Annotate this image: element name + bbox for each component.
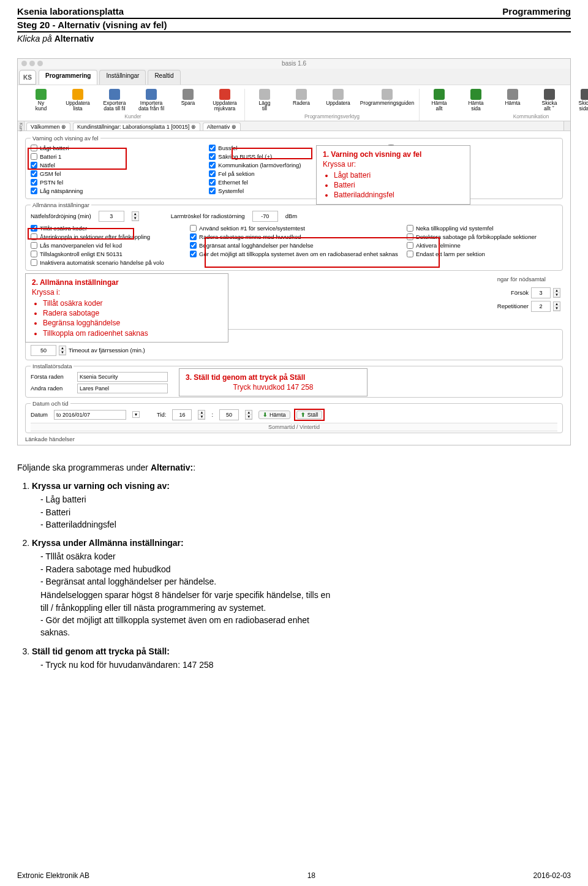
toolbar-radera[interactable]: Radera [283,89,320,112]
note-item: Lågt batteri [334,170,464,180]
menu-realtid[interactable]: Realtid [148,70,180,85]
toolbar-exportera[interactable]: Exportera data till fil [96,89,133,112]
tab-alternativ[interactable]: Alternativ ⊗ [203,123,241,131]
toolbar-uppdatera-lista[interactable]: Uppdatera lista [59,89,96,112]
input-forsta-raden[interactable] [77,372,168,382]
callout-2: 2. Allmänna inställningar Kryssa i: Till… [25,273,228,343]
label-forsok: Försök [511,289,529,296]
tab-kundinstallningar[interactable]: Kundinställningar: Laborationsplatta 1 [… [73,123,200,131]
group-installator: Installatörsdata Första raden Andra rade… [25,363,563,398]
step-title: Steg 20 - Alternativ (visning av fel) [17,19,571,32]
note-item: Batteriladdningsfel [334,190,464,200]
toolbar-uppdatera[interactable]: Uppdatera [320,89,356,112]
skicka-allt-icon [544,89,555,100]
toolbar-skicka-sida[interactable]: Skicka sida ˅ [568,89,588,112]
label-forsta-raden: Första raden [31,373,75,380]
highlight-box-mid [205,237,440,268]
stepper-tid-m[interactable]: ▲▼ [245,410,252,420]
chk-anv-nd-sektion-1-f-r-service-systemtest[interactable]: Använd sektion #1 för service/systemtest [190,224,398,232]
sidebar-left-toggle[interactable]: Kundlista [18,121,24,131]
hamta-allt-label: Hämta allt [431,100,447,112]
input-natfelsfordrojning[interactable] [99,211,124,222]
highlight-box-tillat-osakra [28,228,134,240]
input-andra-raden[interactable] [77,384,168,393]
input-larmtroskel[interactable] [252,211,278,222]
input-forsok[interactable] [531,287,551,298]
note-item: Batteriladdningsfel [40,518,336,531]
lagg-till-label: Lägg till [259,100,271,112]
toolbar-group-label: Kommunikation [513,113,549,119]
footer-page: 18 [307,871,315,880]
skicka-sida-label: Skicka sida ˅ [578,100,588,112]
btn-hamta[interactable]: ⬇Hämta [258,411,290,419]
group-varning: Varning och visning av fel Lågt batteriB… [25,135,563,199]
chk-pstn-fel[interactable]: PSTN fel [31,178,200,186]
label-datum: Datum [31,411,48,418]
hamta-label: Hämta [505,100,520,106]
page-header-right: Programmering [502,6,571,17]
note-item: Radera sabotage [43,308,222,318]
input-datum[interactable] [54,410,126,420]
instructions-text: Följande ska programmeras under Alternat… [17,461,336,671]
toolbar-hamta[interactable]: Hämta [494,89,531,112]
uppdatera-icon [333,89,344,100]
stepper-tid-h[interactable]: ▲▼ [198,410,205,420]
hamta-icon [507,89,518,100]
toolbar-importera[interactable]: Importera data från fil [133,89,170,112]
input-tid-m[interactable] [219,409,239,420]
toolbar-ny-kund[interactable]: Ny kund [23,89,59,112]
stepper-timeout[interactable]: ▲▼ [59,346,66,355]
sidebar-right-toggle[interactable] [564,121,570,131]
footer-left: Extronic Elektronik AB [17,871,89,880]
importera-label: Importera data från fil [138,100,164,112]
lagg-till-icon [259,89,270,100]
menu-installningar[interactable]: Inställningar [99,70,146,85]
datum-dropdown-icon[interactable]: ▾ [132,411,140,418]
toolbar-group-label: Kunder [124,113,141,119]
skicka-sida-icon [581,89,588,100]
uppdatera-mjukvara-label: Uppdatera mjukvara [213,100,237,112]
uppdatera-mjukvara-icon [219,89,230,100]
note-item: Begränsat antal logghändelser per händel… [40,575,336,588]
toolbar-skicka-allt[interactable]: Skicka allt ˅ [531,89,568,112]
ny-kund-label: Ny kund [36,100,47,112]
group-nodsamtal-fragment: ngar för nödsamtal Försök ▲▼ Repetitione… [497,276,560,312]
toolbar-uppdatera-mjukvara[interactable]: Uppdatera mjukvara [206,89,243,112]
toolbar-guide[interactable]: Programmeringsguiden [356,89,418,112]
sommar-separator: Sommartid / Vintertid [31,423,557,431]
label-andra-raden: Andra raden [31,385,75,392]
window-title: basis 1.6 [18,60,570,67]
toolbar-lagg-till[interactable]: Lägg till [246,89,283,112]
chk-neka-tillkoppling-vid-systemfel[interactable]: Neka tillkoppling vid systemfel [407,224,557,232]
uppdatera-lista-icon [72,89,83,100]
radera-label: Radera [293,100,310,106]
group-allmanna-legend: Allmänna inställningar [31,202,91,208]
menu-programmering[interactable]: Programmering [39,70,97,85]
hamta-sida-icon [470,89,481,100]
chk-gsm-fel[interactable]: GSM fel [31,170,200,178]
chk-l-s-man-verpanelen-vid-fel-kod[interactable]: Lås manöverpanelen vid fel kod [31,241,181,249]
note-item: Låg batteri [40,493,336,505]
uppdatera-label: Uppdatera [326,100,350,106]
document-tabs: Kundlista Välkommen ⊗ Kundinställningar:… [18,121,570,131]
stepper-natfels[interactable]: ▲▼ [132,211,139,221]
chk-inaktivera-automatisk-scenario-h-ndelse-p-volo[interactable]: Inaktivera automatisk scenario händelse … [31,259,181,267]
click-text-target: Alternativ [55,34,94,44]
group-allmanna: Allmänna inställningar Nätfelsfördröjnin… [25,202,563,271]
highlight-box-lagt-batteri [28,148,127,170]
stepper-forsok[interactable]: ▲▼ [553,288,560,298]
chk-l-g-n-tsp-nning[interactable]: Låg nätspänning [31,187,200,195]
spara-icon [183,89,194,100]
toolbar-spara[interactable]: Spara [170,89,206,112]
app-logo: KS [19,70,36,85]
hamta-allt-icon [434,89,445,100]
input-tid-h[interactable] [172,409,192,420]
input-repetitioner[interactable] [531,301,551,312]
group-varning-legend: Varning och visning av fel [31,135,100,142]
toolbar-hamta-allt[interactable]: Hämta allt [421,89,458,112]
input-timeout[interactable] [31,345,56,356]
chk-tillslagskontroll-enligt-en-50131[interactable]: Tillslagskontroll enligt EN 50131 [31,250,181,258]
tab-valkommen[interactable]: Välkommen ⊗ [26,123,70,131]
toolbar-hamta-sida[interactable]: Hämta sida [458,89,494,112]
stepper-repetitioner[interactable]: ▲▼ [553,301,560,311]
